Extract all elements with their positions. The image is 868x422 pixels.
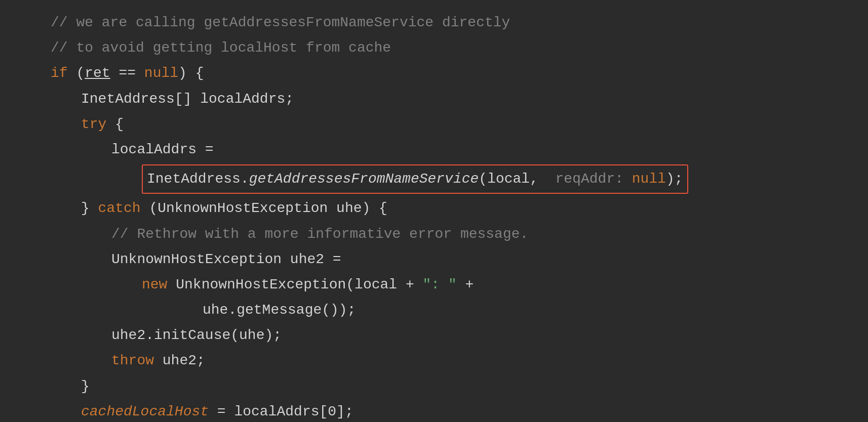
type-inet: InetAddress[] localAddrs; (81, 88, 294, 111)
code-line-4: InetAddress[] localAddrs; (51, 87, 868, 112)
string-colon: ": " (423, 273, 457, 297)
cached-localhost-field: cachedLocalHost (81, 400, 209, 422)
comment-rethrow: // Rethrow with a more informative error… (111, 223, 528, 246)
comment-2: // to avoid getting localHost from (51, 36, 348, 60)
kw-catch: catch (98, 197, 141, 220)
catch-params: (UnknownHostException uhe) { (141, 197, 387, 220)
init-cause: uhe2.initCause(uhe); (111, 324, 282, 347)
kw-null: null (144, 62, 178, 85)
code-line-1: // we are calling getAddressesFromNameSe… (51, 10, 868, 35)
brace-open: ) { (178, 62, 204, 85)
code-line-3: if ( ret == null ) { (51, 61, 868, 86)
code-line-12: uhe.getMessage()); (51, 298, 868, 323)
close-catch: } (81, 375, 90, 398)
throw-target: uhe2; (154, 349, 205, 372)
code-line-5: try { (51, 112, 868, 137)
code-line-9: // Rethrow with a more informative error… (51, 222, 868, 247)
space: ( (68, 62, 85, 85)
method-name: getAddressesFromNameService (249, 167, 479, 191)
code-line-16: cachedLocalHost = localAddrs[0]; (51, 399, 868, 422)
uhe2-decl: UnknownHostException uhe2 = (111, 248, 341, 271)
kw-try: try (81, 113, 106, 136)
code-line-6: localAddrs = (51, 137, 868, 162)
cache-word: cache (348, 36, 391, 60)
kw-throw: throw (111, 349, 154, 372)
code-line-8: } catch (UnknownHostException uhe) { (51, 196, 868, 221)
try-brace: { (106, 113, 124, 136)
close-try: } (81, 197, 98, 220)
concat-op: + (457, 273, 474, 297)
code-line-11: new UnknownHostException(local + ": " + (51, 272, 868, 298)
kw-new: new (142, 273, 167, 297)
code-line-2: // to avoid getting localHost from cache (51, 35, 868, 61)
get-message: uhe.getMessage()); (203, 299, 356, 322)
comment-1: // we are calling getAddressesFromNameSe… (51, 11, 510, 34)
ret-var: ret (85, 62, 110, 85)
code-line-7: InetAddress.getAddressesFromNameService(… (51, 162, 868, 196)
code-line-15: } (51, 374, 868, 399)
param-hint: reqAddr: (538, 167, 632, 191)
null-val: null (632, 167, 666, 191)
new-exception-call: UnknownHostException(local + (167, 273, 422, 297)
method-call-box: InetAddress.getAddressesFromNameService(… (142, 164, 688, 194)
method-paren: (local, (479, 167, 538, 191)
kw-if: if (51, 62, 68, 85)
localaddrs-assign: localAddrs = (111, 138, 214, 161)
op-eq: == (110, 62, 144, 85)
assign-op-16: = localAddrs[0]; (209, 400, 353, 422)
code-line-13: uhe2.initCause(uhe); (51, 323, 868, 348)
code-line-14: throw uhe2; (51, 348, 868, 373)
close-paren: ); (666, 167, 683, 191)
code-line-10: UnknownHostException uhe2 = (51, 247, 868, 272)
code-editor: // we are calling getAddressesFromNameSe… (0, 0, 868, 422)
inetaddress-class: InetAddress. (147, 167, 249, 191)
